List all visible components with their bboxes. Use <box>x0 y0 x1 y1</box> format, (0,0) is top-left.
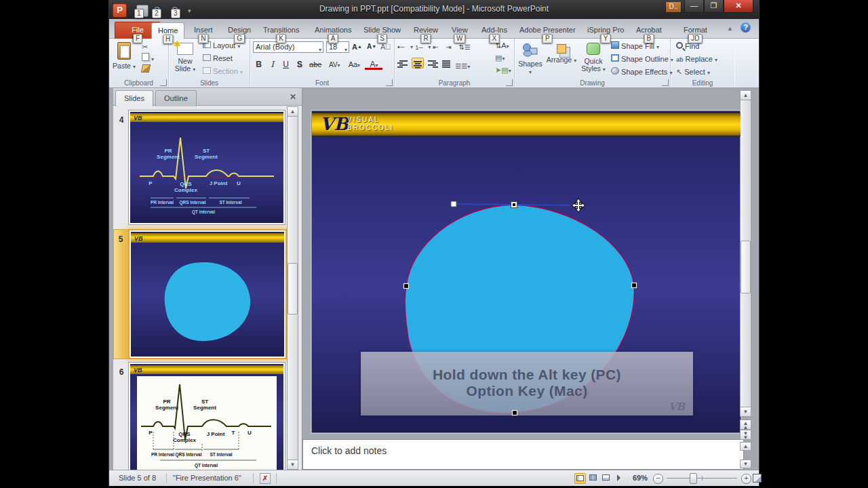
vertex-left[interactable] <box>404 284 409 289</box>
text-shadow-button[interactable]: S <box>294 59 305 70</box>
change-case-button[interactable]: Aa▾ <box>345 59 363 71</box>
notes-scroll-down[interactable]: ▼ <box>740 460 751 468</box>
notes-scroll-up[interactable]: ▲ <box>740 442 751 451</box>
quick-styles-button[interactable]: Quick Styles ▾ <box>578 40 608 78</box>
theme-indicator[interactable]: "Fire Presentation 6" <box>173 474 241 482</box>
maximize-button[interactable]: ❐ <box>704 0 724 13</box>
tab-review[interactable]: ReviewR <box>408 22 444 39</box>
slide-number-indicator[interactable]: Slide 5 of 8 <box>119 474 156 482</box>
justify-button[interactable] <box>440 58 452 68</box>
underline-button[interactable]: U <box>280 59 292 70</box>
taskbar-peek-button[interactable]: D.. <box>665 2 682 13</box>
replace-button[interactable]: ab Replace ▾ <box>676 54 717 64</box>
italic-button[interactable]: I <box>267 59 278 70</box>
clipboard-dialog-launcher[interactable] <box>160 79 167 86</box>
slide-6-thumbnail[interactable]: VB PRSegment STSegment QRSComplex J Poin… <box>128 362 285 470</box>
ribbon: Paste ▾ ✂ ▾ Clipboard ✱ New Slide ▾ Layo… <box>109 39 759 88</box>
vertex-right[interactable] <box>632 283 637 288</box>
font-name-combo[interactable]: Arial (Body)▾ <box>253 41 323 53</box>
main-scrollbar-thumb[interactable] <box>741 241 751 293</box>
tab-home[interactable]: HomeH <box>151 22 184 39</box>
paste-button[interactable]: Paste ▾ <box>111 40 138 78</box>
close-panel-icon[interactable]: ✕ <box>290 92 296 102</box>
convert-smartart-button[interactable]: ➤▤▾ <box>495 64 511 75</box>
shape-outline-button[interactable]: Shape Outline ▾ <box>611 54 673 64</box>
next-slide-button[interactable]: ▼▼ <box>740 430 751 440</box>
shrink-font-button[interactable]: A▼ <box>367 41 376 52</box>
slide-sorter-button[interactable] <box>587 473 599 484</box>
group-paragraph: •─ ▾ 1─ ▾ ⇤ ⇥ ⇅☰ ☰☰▾ ⇅A▾ ▤▾ ➤▤▾ <box>395 39 515 87</box>
slide-4-thumbnail[interactable]: VB PRSegment STSegment QRSComplex J Poin… <box>128 110 285 225</box>
drawing-dialog-launcher[interactable] <box>662 79 669 86</box>
zoom-in-button[interactable]: + <box>741 474 751 484</box>
previous-slide-button[interactable]: ▲▲ <box>740 420 751 430</box>
notes-pane[interactable]: Click to add notes <box>302 439 744 470</box>
minimize-button[interactable]: — <box>684 0 704 13</box>
tab-view[interactable]: ViewW <box>446 22 474 39</box>
group-font: Arial (Body)▾ 18▾ A▲ A▼ A⃣ B I U S abe A… <box>250 39 395 87</box>
main-scroll-down[interactable]: ▼ <box>740 407 751 417</box>
align-right-button[interactable] <box>426 58 438 68</box>
zoom-slider-track[interactable] <box>667 478 737 479</box>
grow-font-button[interactable]: A▲ <box>352 41 362 52</box>
tab-acrobat[interactable]: AcrobatB <box>630 22 668 39</box>
cut-button[interactable]: ✂ <box>142 41 148 52</box>
help-icon[interactable]: ? <box>741 22 751 33</box>
numbering-icon[interactable]: 1─ <box>415 42 426 53</box>
tab-ispring-pro[interactable]: iSpring ProY <box>581 22 630 39</box>
bullets-icon[interactable]: •─ <box>397 42 408 53</box>
slide-5-thumbnail[interactable]: VB <box>128 229 287 359</box>
bold-button[interactable]: B <box>253 59 264 70</box>
shapes-button[interactable]: Shapes ▾ <box>516 40 545 78</box>
slide-show-button[interactable] <box>613 473 625 484</box>
zoom-level[interactable]: 69% <box>633 474 648 482</box>
reset-icon <box>203 54 211 61</box>
tab-adobe-presenter[interactable]: Adobe PresenterP <box>513 22 582 39</box>
zoom-slider-thumb[interactable] <box>690 473 697 484</box>
select-button[interactable]: ↖ Select ▾ <box>676 66 710 77</box>
tab-animations[interactable]: AnimationsA <box>309 22 357 39</box>
strikethrough-button[interactable]: abe <box>307 59 323 70</box>
align-center-button[interactable] <box>412 58 424 68</box>
paragraph-dialog-launcher[interactable] <box>506 79 513 86</box>
font-dialog-launcher[interactable] <box>386 79 393 86</box>
tab-transitions[interactable]: TransitionsK <box>257 22 305 39</box>
reset-button[interactable]: Reset <box>203 53 233 64</box>
normal-view-button[interactable] <box>574 473 586 484</box>
vertex-bottom[interactable] <box>513 411 517 415</box>
zoom-out-button[interactable]: − <box>653 474 663 484</box>
section-button[interactable]: Section ▾ <box>203 66 243 77</box>
tab-slides-thumbnails[interactable]: Slides <box>115 90 153 106</box>
line-spacing-icon[interactable]: ⇅☰ <box>458 42 471 53</box>
font-color-button[interactable]: A▾ <box>365 59 382 70</box>
bezier-handle-left[interactable] <box>451 201 456 207</box>
character-spacing-button[interactable]: AV▾ <box>326 60 343 71</box>
format-painter-button[interactable] <box>142 64 150 75</box>
tab-insert[interactable]: InsertN <box>188 22 219 39</box>
close-button[interactable]: ✕ <box>724 0 753 13</box>
decrease-indent-icon[interactable]: ⇤ <box>433 42 443 53</box>
align-text-button[interactable]: ▤▾ <box>495 52 505 63</box>
slide-canvas[interactable]: VB Visual Broccoli Hold down the Alt key… <box>311 110 741 433</box>
shape-effects-button[interactable]: Shape Effects ▾ <box>611 66 672 77</box>
collapse-ribbon-icon[interactable]: ▲ <box>727 25 733 32</box>
new-slide-button[interactable]: ✱ New Slide ▾ <box>172 40 199 78</box>
fit-to-window-icon[interactable] <box>753 474 762 483</box>
tab-format[interactable]: FormatJD <box>677 22 713 39</box>
main-scroll-up[interactable]: ▲ <box>740 90 751 100</box>
increase-indent-icon[interactable]: ⇥ <box>446 42 456 53</box>
tab-slide-show[interactable]: Slide ShowS <box>357 22 407 39</box>
copy-button[interactable]: ▾ <box>142 53 154 64</box>
columns-button[interactable]: ☰☰▾ <box>454 58 471 69</box>
reading-view-button[interactable] <box>600 473 612 484</box>
panel-scroll-down[interactable]: ▼ <box>287 460 298 470</box>
tab-design[interactable]: DesignG <box>222 22 257 39</box>
tab-outline[interactable]: Outline <box>155 90 197 106</box>
align-left-button[interactable] <box>397 58 410 68</box>
tab-add-ins[interactable]: Add-InsX <box>475 22 513 39</box>
panel-scroll-up[interactable]: ▲ <box>287 106 298 117</box>
group-clipboard: Paste ▾ ✂ ▾ Clipboard <box>109 39 169 87</box>
spellcheck-icon[interactable]: ✗ <box>260 473 271 484</box>
panel-scrollbar-thumb[interactable] <box>288 263 298 314</box>
arrange-button[interactable]: Arrange ▾ <box>546 40 577 78</box>
